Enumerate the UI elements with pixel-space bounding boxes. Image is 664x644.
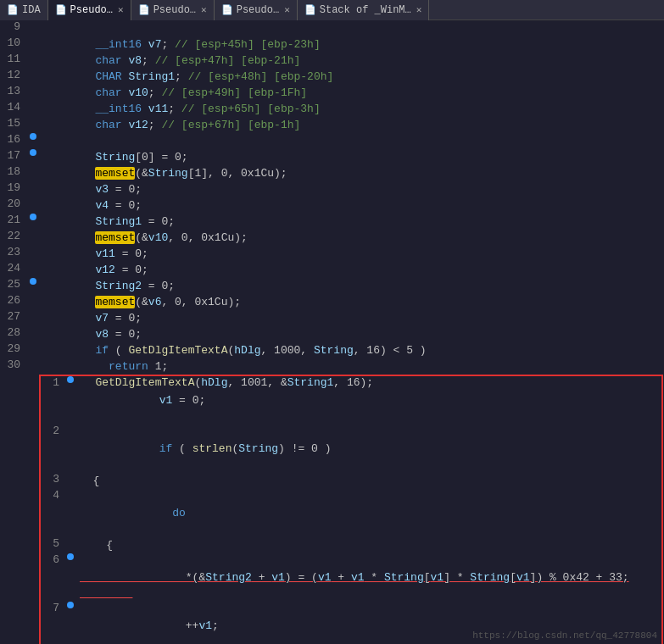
line-num-25: 25 [0, 278, 27, 291]
code-line-22: 22 v11 = 0; [0, 230, 664, 246]
line-num-24: 24 [0, 262, 27, 275]
tab-pseudo1-icon: 📄 [55, 4, 67, 15]
tab-pseudo3-label: Pseudo… [237, 4, 279, 16]
line-num-19: 19 [0, 181, 27, 194]
line-num-28: 28 [0, 326, 27, 339]
line-num-26: 26 [0, 294, 27, 307]
code-line-13: 13 __int16 v11; // [esp+65h] [ebp-3h] [0, 85, 664, 101]
line-num-21: 21 [0, 214, 27, 226]
line-num-17: 17 [0, 149, 27, 162]
line-num-18: 18 [0, 165, 27, 178]
code-line-19: 19 v4 = 0; [0, 181, 664, 197]
code-line-23: 23 v12 = 0; [0, 246, 664, 262]
code-line-9: 9 __int16 v7; // [esp+45h] [ebp-23h] [0, 20, 664, 36]
code-line-11: 11 CHAR String1; // [esp+48h] [ebp-20h] [0, 53, 664, 69]
tab-pseudo2[interactable]: 📄 Pseudo… ✕ [131, 0, 215, 20]
tab-pseudo2-icon: 📄 [138, 4, 150, 15]
tab-pseudo2-close[interactable]: ✕ [201, 4, 207, 15]
code-line-16: 16 String[0] = 0; [0, 133, 664, 149]
tab-stack[interactable]: 📄 Stack of _WinM… ✕ [298, 0, 430, 20]
tab-bar: 📄 IDA 📄 Pseudo… ✕ 📄 Pseudo… ✕ 📄 Pseudo… … [0, 0, 664, 20]
line-num-22: 22 [0, 230, 27, 242]
line-num-37: 7 [41, 602, 64, 614]
line-num-30: 30 [0, 358, 27, 371]
tab-pseudo3[interactable]: 📄 Pseudo… ✕ [215, 0, 298, 20]
watermark: https://blog.csdn.net/qq_42778804 [472, 630, 657, 641]
code-line-27: 27 v8 = 0; [0, 310, 664, 326]
line-num-34: 4 [41, 489, 64, 502]
line-num-9: 9 [0, 20, 27, 33]
line-num-14: 14 [0, 101, 27, 114]
line-num-12: 12 [0, 69, 27, 81]
tab-stack-label: Stack of _WinM… [320, 4, 411, 16]
line-num-31: 1 [41, 376, 64, 389]
breakpoint-31 [64, 376, 76, 383]
tab-pseudo1-close[interactable]: ✕ [118, 4, 124, 15]
code-content-35: { [76, 537, 661, 553]
line-num-11: 11 [0, 53, 27, 65]
breakpoint-25 [27, 278, 39, 285]
code-line-29: 29 return 1; [0, 342, 664, 358]
code-content-15 [39, 117, 664, 133]
code-line-15: 15 [0, 117, 664, 133]
tab-ida[interactable]: 📄 IDA [0, 0, 48, 20]
code-area: 9 __int16 v7; // [esp+45h] [ebp-23h] 10 … [0, 20, 664, 644]
line-num-27: 27 [0, 310, 27, 323]
line-num-23: 23 [0, 246, 27, 258]
code-content-34: do [76, 489, 661, 537]
tab-pseudo2-label: Pseudo… [153, 4, 196, 16]
tab-pseudo3-close[interactable]: ✕ [284, 4, 290, 15]
code-line-14: 14 char v12; // [esp+67h] [ebp-1h] [0, 101, 664, 117]
line-num-33: 3 [41, 473, 64, 486]
code-content-32: if ( strlen(String) != 0 ) [76, 425, 661, 473]
code-line-32: 2 if ( strlen(String) != 0 ) [41, 425, 661, 473]
tab-ida-icon: 📄 [7, 4, 19, 15]
code-line-18: 18 v3 = 0; [0, 165, 664, 181]
tab-pseudo1[interactable]: 📄 Pseudo… ✕ [48, 0, 131, 20]
red-border-region: 1 v1 = 0; 2 if ( strlen(String) != 0 ) 3… [0, 375, 664, 644]
code-line-28: 28 if ( GetDlgItemTextA(hDlg, 1000, Stri… [0, 326, 664, 342]
code-line-10: 10 char v8; // [esp+47h] [ebp-21h] [0, 36, 664, 53]
code-content-36: *(&String2 + v1) = (v1 + v1 * String[v1]… [76, 553, 661, 602]
code-line-34: 4 do [41, 489, 661, 537]
code-line-12: 12 char v10; // [esp+49h] [ebp-1Fh] [0, 69, 664, 85]
code-line-33: 3 { [41, 473, 661, 489]
code-line-26: 26 v7 = 0; [0, 294, 664, 310]
tab-pseudo1-label: Pseudo… [70, 4, 113, 16]
code-line-30: 30 GetDlgItemTextA(hDlg, 1001, &String1,… [0, 358, 664, 375]
breakpoint-21 [27, 214, 39, 220]
line-num-15: 15 [0, 117, 27, 130]
line-num-16: 16 [0, 133, 27, 146]
code-line-24: 24 String2 = 0; [0, 262, 664, 278]
code-line-31: 1 v1 = 0; [41, 376, 661, 425]
tab-stack-close[interactable]: ✕ [416, 4, 422, 15]
line-num-29: 29 [0, 342, 27, 355]
code-content-31: v1 = 0; [76, 376, 661, 425]
code-line-21: 21 memset(&v10, 0, 0x1Cu); [0, 214, 664, 230]
line-num-20: 20 [0, 197, 27, 210]
code-line-17: 17 memset(&String[1], 0, 0x1Cu); [0, 149, 664, 165]
breakpoint-16 [27, 133, 39, 140]
breakpoint-17 [27, 149, 39, 156]
tab-stack-icon: 📄 [304, 4, 316, 15]
line-num-32: 2 [41, 425, 64, 437]
line-num-35: 5 [41, 537, 64, 550]
line-num-36: 6 [41, 553, 64, 566]
tab-pseudo3-icon: 📄 [221, 4, 233, 15]
code-line-20: 20 String1 = 0; [0, 197, 664, 214]
line-num-13: 13 [0, 85, 27, 97]
breakpoint-36 [64, 553, 76, 560]
code-line-35: 5 { [41, 537, 661, 553]
line-num-10: 10 [0, 36, 27, 49]
code-line-25: 25 memset(&v6, 0, 0x1Cu); [0, 278, 664, 294]
tab-ida-label: IDA [22, 4, 41, 16]
breakpoint-37 [64, 602, 76, 608]
code-content-33: { [76, 473, 661, 489]
code-line-36: 6 *(&String2 + v1) = (v1 + v1 * String[v… [41, 553, 661, 602]
